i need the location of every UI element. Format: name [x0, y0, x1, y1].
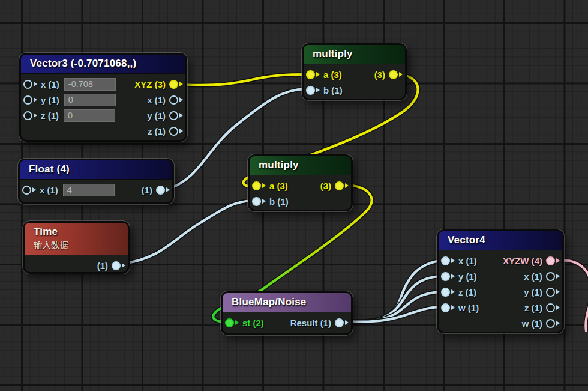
port-out-x-1[interactable]	[169, 95, 183, 105]
port-in-circle[interactable]	[252, 181, 261, 190]
input-port-label: st (2)	[242, 318, 264, 328]
port-in-a-3[interactable]	[306, 70, 320, 79]
output-side: (3)	[317, 181, 349, 191]
value-field[interactable]: -0.708	[64, 78, 116, 91]
output-port-label: y (1)	[147, 111, 166, 121]
node-multiply2-header[interactable]: multiply	[250, 156, 351, 175]
port-out-circle[interactable]	[169, 111, 178, 120]
port-in-x-1[interactable]	[441, 256, 455, 265]
port-in-b-1[interactable]	[252, 197, 266, 206]
node-float-header[interactable]: Float (4)	[20, 160, 172, 180]
node-time-header[interactable]: Time输入数据	[25, 223, 128, 255]
port-out-xyzw-4[interactable]	[546, 256, 560, 265]
port-out-w-1[interactable]	[546, 319, 560, 328]
node-body: a (3)(3)b (1)	[250, 175, 351, 211]
port-out-1[interactable]	[156, 186, 170, 195]
input-port-label: w (1)	[458, 303, 479, 313]
input-port-label: x (1)	[41, 79, 59, 89]
value-field[interactable]: 0	[64, 109, 115, 122]
port-out-circle[interactable]	[335, 181, 344, 190]
port-in-circle[interactable]	[441, 303, 450, 312]
port-arrow-icon	[399, 72, 403, 77]
port-arrow-icon	[179, 82, 183, 86]
port-in-circle[interactable]	[225, 318, 234, 327]
port-in-circle[interactable]	[23, 111, 32, 120]
node-multiply1-header[interactable]: multiply	[304, 45, 405, 64]
port-out-y-1[interactable]	[546, 288, 560, 297]
port-out-3[interactable]	[335, 181, 349, 190]
port-out-circle[interactable]	[546, 319, 555, 328]
value-field[interactable]: 4	[63, 184, 115, 196]
port-arrow-icon	[316, 88, 320, 92]
port-out-result-1[interactable]	[335, 318, 349, 327]
port-in-z-1[interactable]	[441, 288, 455, 297]
node-graph-canvas[interactable]: Vector3 (-0.7071068,,)x (1)-0.708XYZ (3)…	[0, 0, 588, 391]
node-bluemap-header[interactable]: BlueMap/Noise	[223, 293, 351, 312]
port-in-b-1[interactable]	[306, 86, 320, 95]
port-arrow-icon	[235, 320, 239, 325]
port-in-circle[interactable]	[306, 70, 315, 79]
port-out-circle[interactable]	[546, 256, 555, 265]
node-body: (1)	[25, 255, 128, 276]
port-in-circle[interactable]	[306, 86, 315, 95]
port-out-z-1[interactable]	[169, 127, 183, 136]
node-multiply2[interactable]: multiplya (3)(3)b (1)	[248, 154, 353, 211]
node-float[interactable]: Float (4)x (1)4(1)	[18, 159, 174, 204]
port-row: b (1)	[306, 82, 403, 98]
port-out-circle[interactable]	[169, 80, 178, 89]
output-side: (1)	[94, 261, 125, 271]
port-out-circle[interactable]	[546, 272, 555, 281]
port-out-circle[interactable]	[169, 127, 178, 136]
output-port-label: (1)	[97, 261, 108, 271]
port-arrow-icon	[32, 187, 36, 192]
port-arrow-icon	[556, 289, 560, 294]
output-side: Result (1)	[287, 318, 349, 328]
port-in-y-1[interactable]	[23, 95, 37, 105]
port-out-circle[interactable]	[335, 318, 344, 327]
port-out-circle[interactable]	[169, 95, 178, 105]
port-out-z-1[interactable]	[546, 303, 560, 312]
port-in-circle[interactable]	[441, 256, 450, 265]
node-vector3-header[interactable]: Vector3 (-0.7071068,,)	[21, 55, 185, 74]
port-out-x-1[interactable]	[546, 272, 560, 281]
port-in-y-1[interactable]	[441, 272, 455, 281]
port-in-circle[interactable]	[23, 95, 32, 105]
port-in-circle[interactable]	[23, 80, 32, 89]
port-in-circle[interactable]	[441, 272, 450, 281]
node-vector4[interactable]: Vector4x (1)XYZW (4)y (1)x (1)z (1)y (1)…	[437, 229, 564, 333]
port-in-x-1[interactable]	[23, 80, 37, 89]
port-in-circle[interactable]	[22, 186, 31, 195]
port-out-circle[interactable]	[546, 303, 555, 312]
input-port-label: b (1)	[323, 85, 343, 95]
node-vector3[interactable]: Vector3 (-0.7071068,,)x (1)-0.708XYZ (3)…	[19, 53, 187, 142]
port-in-x-1[interactable]	[22, 186, 36, 195]
node-body: st (2)Result (1)	[223, 312, 351, 333]
port-in-a-3[interactable]	[252, 181, 266, 190]
output-side: z (1)	[144, 126, 183, 136]
port-out-y-1[interactable]	[169, 111, 183, 120]
port-out-1[interactable]	[112, 261, 125, 270]
node-title: Vector4	[448, 234, 553, 246]
output-port-label: XYZW (4)	[503, 256, 542, 266]
value-field[interactable]: 0	[64, 94, 116, 106]
port-arrow-icon	[179, 97, 183, 102]
port-in-w-1[interactable]	[441, 303, 455, 312]
port-in-circle[interactable]	[441, 288, 450, 297]
node-time[interactable]: Time输入数据(1)	[23, 221, 130, 274]
port-out-circle[interactable]	[112, 261, 121, 270]
port-out-circle[interactable]	[156, 186, 165, 195]
port-in-z-1[interactable]	[23, 111, 37, 120]
node-vector4-header[interactable]: Vector4	[439, 231, 562, 250]
port-in-st-2[interactable]	[225, 318, 239, 327]
port-out-xyz-3[interactable]	[169, 80, 183, 89]
port-out-circle[interactable]	[389, 70, 398, 79]
port-out-circle[interactable]	[546, 288, 555, 297]
input-port-label: z (1)	[41, 111, 59, 121]
port-in-circle[interactable]	[252, 197, 261, 206]
port-out-3[interactable]	[389, 70, 403, 79]
output-port-label: XYZ (3)	[134, 79, 166, 89]
node-multiply1[interactable]: multiplya (3)(3)b (1)	[302, 43, 407, 100]
output-side: x (1)	[143, 95, 183, 105]
port-arrow-icon	[451, 274, 455, 279]
node-bluemap[interactable]: BlueMap/Noisest (2)Result (1)	[221, 291, 353, 335]
